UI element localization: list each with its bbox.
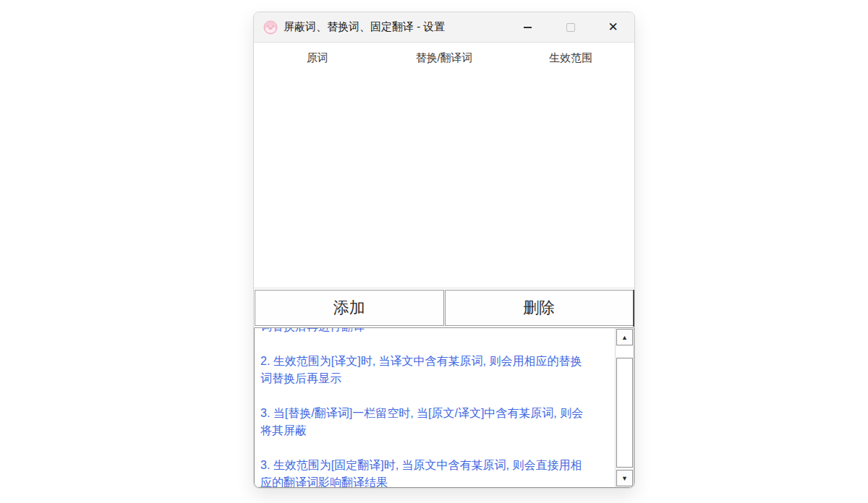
close-button[interactable]: ✕ <box>592 12 634 42</box>
maximize-icon <box>566 23 575 32</box>
help-line: 2. 生效范围为[译文]时, 当译文中含有某原词, 则会用相应的替换 <box>260 353 612 370</box>
delete-button[interactable]: 删除 <box>445 290 634 326</box>
settings-window: 屏蔽词、替换词、固定翻译 - 设置 ✕ 原词 替换/翻译词 生效范围 添加 删除 <box>253 12 635 489</box>
vertical-scrollbar[interactable]: ▲ ▼ <box>615 328 634 487</box>
help-line: 将其屏蔽 <box>260 422 612 439</box>
window-controls: ✕ <box>506 12 634 42</box>
app-pig-icon <box>263 20 278 35</box>
word-table[interactable]: 原词 替换/翻译词 生效范围 <box>254 42 634 288</box>
help-line <box>260 335 612 353</box>
column-header-original-word: 原词 <box>254 51 380 65</box>
column-header-effective-scope: 生效范围 <box>508 51 634 65</box>
help-line <box>260 439 612 457</box>
help-notes-area[interactable]: 词替换后再进行翻译 2. 生效范围为[译文]时, 当译文中含有某原词, 则会用相… <box>254 327 634 488</box>
scrollbar-thumb[interactable] <box>616 358 633 468</box>
help-line: 3. 当[替换/翻译词]一栏留空时, 当[原文/译文]中含有某原词, 则会 <box>260 405 612 422</box>
action-button-row: 添加 删除 <box>255 290 634 326</box>
help-line: 词替换后再进行翻译 <box>260 327 612 335</box>
titlebar: 屏蔽词、替换词、固定翻译 - 设置 ✕ <box>254 12 634 42</box>
help-line: 3. 生效范围为[固定翻译]时, 当原文中含有某原词, 则会直接用相 <box>260 457 612 474</box>
help-text: 词替换后再进行翻译 2. 生效范围为[译文]时, 当译文中含有某原词, 则会用相… <box>260 327 612 488</box>
scroll-down-button[interactable]: ▼ <box>616 470 633 486</box>
column-header-replacement-word: 替换/翻译词 <box>380 51 507 65</box>
help-line: 应的翻译词影响翻译结果 <box>260 474 612 488</box>
scroll-down-icon: ▼ <box>621 475 628 482</box>
table-body-empty[interactable] <box>254 72 634 288</box>
help-line <box>260 387 612 405</box>
minimize-icon <box>524 27 532 28</box>
scroll-up-icon: ▲ <box>621 334 628 341</box>
minimize-button[interactable] <box>506 12 549 42</box>
window-title: 屏蔽词、替换词、固定翻译 - 设置 <box>284 20 445 34</box>
add-button[interactable]: 添加 <box>255 290 444 326</box>
button-row-right-edge <box>633 290 634 327</box>
table-header-row: 原词 替换/翻译词 生效范围 <box>254 43 634 65</box>
help-line: 词替换后再显示 <box>260 370 612 387</box>
close-icon: ✕ <box>608 21 618 33</box>
scroll-up-button[interactable]: ▲ <box>616 329 633 345</box>
maximize-button[interactable] <box>549 12 592 42</box>
